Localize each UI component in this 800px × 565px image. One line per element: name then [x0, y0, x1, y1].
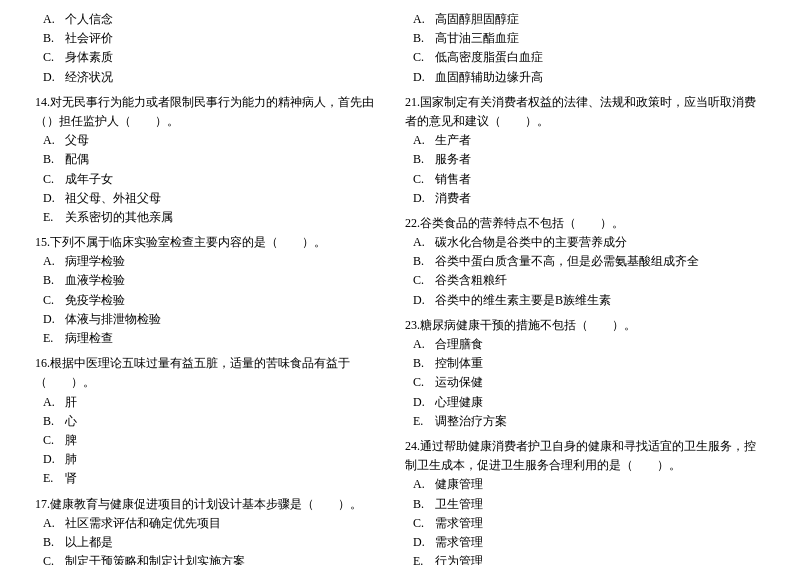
option-line: E.调整治疗方案: [405, 412, 765, 431]
option-line: E.行为管理: [405, 552, 765, 565]
option-label: C.: [413, 514, 435, 533]
option-text: 经济状况: [65, 68, 395, 87]
option-label: D.: [43, 189, 65, 208]
question-block: 23.糖尿病健康干预的措施不包括（ ）。A.合理膳食B.控制体重C.运动保健D.…: [405, 316, 765, 431]
option-label: B.: [413, 354, 435, 373]
question-text: 24.通过帮助健康消费者护卫自身的健康和寻找适宜的卫生服务，控制卫生成本，促进卫…: [405, 437, 765, 475]
option-label: E.: [413, 552, 435, 565]
option-label: D.: [413, 291, 435, 310]
option-text: 谷类中的维生素主要是B族维生素: [435, 291, 765, 310]
option-label: E.: [43, 329, 65, 348]
option-label: B.: [43, 412, 65, 431]
question-block: 17.健康教育与健康促进项目的计划设计基本步骤是（ ）。A.社区需求评估和确定优…: [35, 495, 395, 566]
option-line: C.身体素质: [35, 48, 395, 67]
option-label: B.: [413, 150, 435, 169]
option-text: 控制体重: [435, 354, 765, 373]
option-line: D.需求管理: [405, 533, 765, 552]
option-text: 低高密度脂蛋白血症: [435, 48, 765, 67]
option-line: B.卫生管理: [405, 495, 765, 514]
option-line: A.病理学检验: [35, 252, 395, 271]
right-column: A.高固醇胆固醇症B.高甘油三酯血症C.低高密度脂蛋白血症D.血固醇辅助边缘升高…: [400, 10, 770, 565]
option-line: B.心: [35, 412, 395, 431]
option-text: 肺: [65, 450, 395, 469]
option-label: C.: [43, 170, 65, 189]
option-label: B.: [413, 252, 435, 271]
question-block: 16.根据中医理论五味过量有益五脏，适量的苦味食品有益于（ ）。A.肝B.心C.…: [35, 354, 395, 488]
option-label: A.: [43, 393, 65, 412]
option-label: D.: [43, 310, 65, 329]
option-text: 调整治疗方案: [435, 412, 765, 431]
question-block: 14.对无民事行为能力或者限制民事行为能力的精神病人，首先由（）担任监护人（ ）…: [35, 93, 395, 227]
option-text: 运动保健: [435, 373, 765, 392]
option-line: B.谷类中蛋白质含量不高，但是必需氨基酸组成齐全: [405, 252, 765, 271]
option-label: C.: [43, 552, 65, 565]
option-text: 身体素质: [65, 48, 395, 67]
question-block: 21.国家制定有关消费者权益的法律、法规和政策时，应当听取消费者的意见和建议（ …: [405, 93, 765, 208]
question-text: 23.糖尿病健康干预的措施不包括（ ）。: [405, 316, 765, 335]
option-label: E.: [43, 469, 65, 488]
option-line: D.血固醇辅助边缘升高: [405, 68, 765, 87]
option-line: C.运动保健: [405, 373, 765, 392]
question-block: A.个人信念B.社会评价C.身体素质D.经济状况: [35, 10, 395, 87]
option-line: B.以上都是: [35, 533, 395, 552]
option-text: 卫生管理: [435, 495, 765, 514]
option-label: A.: [413, 233, 435, 252]
option-text: 销售者: [435, 170, 765, 189]
option-label: A.: [413, 131, 435, 150]
option-line: B.控制体重: [405, 354, 765, 373]
option-text: 谷类中蛋白质含量不高，但是必需氨基酸组成齐全: [435, 252, 765, 271]
option-text: 肾: [65, 469, 395, 488]
option-label: A.: [43, 10, 65, 29]
option-text: 需求管理: [435, 533, 765, 552]
option-text: 体液与排泄物检验: [65, 310, 395, 329]
option-line: D.经济状况: [35, 68, 395, 87]
option-text: 关系密切的其他亲属: [65, 208, 395, 227]
option-text: 合理膳食: [435, 335, 765, 354]
option-label: A.: [413, 475, 435, 494]
question-text: 21.国家制定有关消费者权益的法律、法规和政策时，应当听取消费者的意见和建议（ …: [405, 93, 765, 131]
option-label: C.: [413, 271, 435, 290]
option-line: C.成年子女: [35, 170, 395, 189]
option-label: D.: [43, 450, 65, 469]
option-line: A.高固醇胆固醇症: [405, 10, 765, 29]
option-line: A.个人信念: [35, 10, 395, 29]
option-line: D.肺: [35, 450, 395, 469]
option-label: D.: [413, 68, 435, 87]
question-text: 14.对无民事行为能力或者限制民事行为能力的精神病人，首先由（）担任监护人（ ）…: [35, 93, 395, 131]
option-label: A.: [413, 335, 435, 354]
content-columns: A.个人信念B.社会评价C.身体素质D.经济状况14.对无民事行为能力或者限制民…: [30, 10, 770, 565]
option-label: E.: [43, 208, 65, 227]
option-text: 病理检查: [65, 329, 395, 348]
option-line: C.免疫学检验: [35, 291, 395, 310]
question-text: 17.健康教育与健康促进项目的计划设计基本步骤是（ ）。: [35, 495, 395, 514]
option-label: B.: [43, 271, 65, 290]
option-line: C.低高密度脂蛋白血症: [405, 48, 765, 67]
option-line: A.生产者: [405, 131, 765, 150]
option-text: 高固醇胆固醇症: [435, 10, 765, 29]
option-text: 健康管理: [435, 475, 765, 494]
option-text: 谷类含粗粮纤: [435, 271, 765, 290]
option-label: B.: [413, 29, 435, 48]
option-line: A.父母: [35, 131, 395, 150]
option-label: E.: [413, 412, 435, 431]
option-label: C.: [413, 170, 435, 189]
option-line: B.配偶: [35, 150, 395, 169]
option-text: 成年子女: [65, 170, 395, 189]
option-text: 个人信念: [65, 10, 395, 29]
option-label: B.: [43, 150, 65, 169]
option-label: C.: [43, 48, 65, 67]
option-line: B.服务者: [405, 150, 765, 169]
option-line: D.体液与排泄物检验: [35, 310, 395, 329]
option-text: 需求管理: [435, 514, 765, 533]
option-text: 生产者: [435, 131, 765, 150]
page-container: A.个人信念B.社会评价C.身体素质D.经济状况14.对无民事行为能力或者限制民…: [0, 0, 800, 565]
option-line: A.健康管理: [405, 475, 765, 494]
option-text: 配偶: [65, 150, 395, 169]
option-line: A.社区需求评估和确定优先项目: [35, 514, 395, 533]
option-text: 碳水化合物是谷类中的主要营养成分: [435, 233, 765, 252]
option-label: B.: [43, 533, 65, 552]
option-line: C.谷类含粗粮纤: [405, 271, 765, 290]
option-label: A.: [43, 131, 65, 150]
option-label: D.: [413, 189, 435, 208]
option-label: C.: [413, 48, 435, 67]
